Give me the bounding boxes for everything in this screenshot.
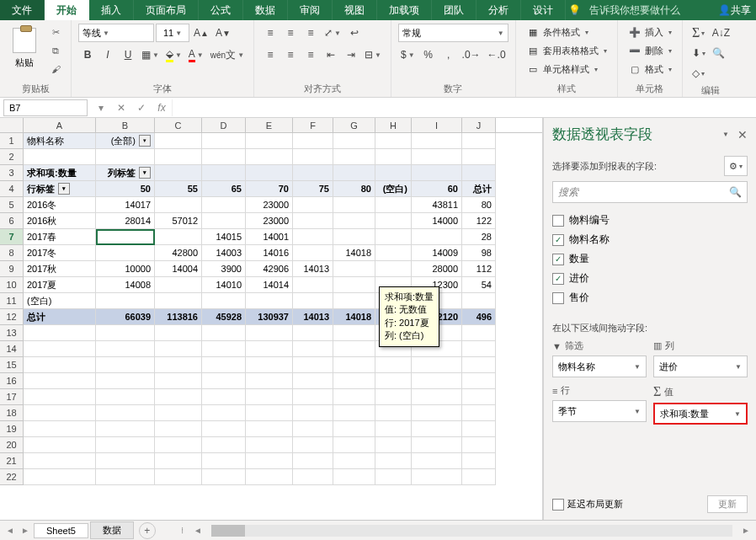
tab-design[interactable]: 设计 (521, 0, 566, 20)
cell-F7[interactable] (293, 229, 333, 245)
tab-insert[interactable]: 插入 (89, 0, 134, 20)
cell-F3[interactable] (293, 165, 333, 181)
cell-B5[interactable]: 14017 (96, 197, 155, 213)
cell-B1[interactable]: (全部)▾ (96, 133, 155, 149)
merge-button[interactable]: ⊟▼ (362, 45, 384, 64)
cell-J3[interactable] (462, 165, 496, 181)
field-item[interactable]: ✓数量 (552, 252, 748, 266)
cell-J8[interactable]: 98 (462, 245, 496, 261)
cell-C22[interactable] (155, 469, 202, 485)
row-header[interactable]: 13 (0, 325, 24, 341)
pane-menu-arrow[interactable]: ▼ (722, 131, 729, 138)
cell-A12[interactable]: 总计 (24, 309, 96, 325)
cell-D6[interactable] (202, 213, 246, 229)
cell-B12[interactable]: 66039 (96, 309, 155, 325)
tab-team[interactable]: 团队 (432, 0, 476, 20)
cell-J1[interactable] (462, 133, 496, 149)
align-top-button[interactable]: ≡ (261, 24, 280, 42)
cell-B14[interactable] (96, 341, 155, 357)
row-header[interactable]: 12 (0, 309, 24, 325)
cell-H21[interactable] (375, 453, 412, 469)
cell-B22[interactable] (96, 469, 155, 485)
cell-G15[interactable] (333, 357, 375, 373)
cell-F10[interactable] (293, 277, 333, 293)
cell-A14[interactable] (24, 341, 96, 357)
cell-F19[interactable] (293, 421, 333, 437)
cell-C17[interactable] (155, 389, 202, 405)
cell-A10[interactable]: 2017夏 (24, 277, 96, 293)
tab-view[interactable]: 视图 (333, 0, 377, 20)
cell-A11[interactable]: (空白) (24, 293, 96, 309)
cell-J2[interactable] (462, 149, 496, 165)
row-header[interactable]: 18 (0, 405, 24, 421)
tab-formulas[interactable]: 公式 (199, 0, 243, 20)
row-header[interactable]: 20 (0, 437, 24, 453)
cell-G22[interactable] (333, 469, 375, 485)
cell-F8[interactable] (293, 245, 333, 261)
field-item[interactable]: 物料编号 (552, 213, 748, 227)
cell-D15[interactable] (202, 357, 246, 373)
align-right-button[interactable]: ≡ (301, 45, 320, 64)
columns-drop-area[interactable]: 进价▼ (653, 356, 748, 377)
cell-I7[interactable] (412, 229, 462, 245)
cell-C16[interactable] (155, 373, 202, 389)
cell-A2[interactable] (24, 149, 96, 165)
row-header[interactable]: 19 (0, 421, 24, 437)
cell-H2[interactable] (375, 149, 412, 165)
cell-B6[interactable]: 28014 (96, 213, 155, 229)
cell-H18[interactable] (375, 405, 412, 421)
cell-B10[interactable]: 14008 (96, 277, 155, 293)
cell-B9[interactable]: 10000 (96, 261, 155, 277)
cell-D17[interactable] (202, 389, 246, 405)
fill-color-button[interactable]: ⬙▼ (163, 45, 184, 64)
cell-A19[interactable] (24, 421, 96, 437)
cell-E18[interactable] (246, 405, 293, 421)
cell-H7[interactable] (375, 229, 412, 245)
cell-C15[interactable] (155, 357, 202, 373)
decrease-font-button[interactable]: A▼ (213, 24, 233, 42)
cell-E11[interactable] (246, 293, 293, 309)
cell-A22[interactable] (24, 469, 96, 485)
comma-button[interactable]: , (439, 45, 458, 64)
cell-C2[interactable] (155, 149, 202, 165)
cell-E10[interactable]: 14014 (246, 277, 293, 293)
cell-G21[interactable] (333, 453, 375, 469)
cell-H5[interactable] (375, 197, 412, 213)
cut-button[interactable]: ✂ (47, 24, 64, 40)
cell-G5[interactable] (333, 197, 375, 213)
cell-C5[interactable] (155, 197, 202, 213)
sheet-tab-other[interactable]: 数据 (90, 521, 134, 539)
cell-E9[interactable]: 42906 (246, 261, 293, 277)
field-item[interactable]: 售价 (552, 291, 748, 305)
column-header-E[interactable]: E (246, 118, 293, 132)
cell-H1[interactable] (375, 133, 412, 149)
row-header[interactable]: 11 (0, 293, 24, 309)
tab-addins[interactable]: 加载项 (377, 0, 432, 20)
cell-C12[interactable]: 113816 (155, 309, 202, 325)
currency-button[interactable]: $▼ (398, 45, 418, 64)
cell-I19[interactable] (412, 421, 462, 437)
cell-E12[interactable]: 130937 (246, 309, 293, 325)
cell-D5[interactable] (202, 197, 246, 213)
cell-G12[interactable]: 14018 (333, 309, 375, 325)
cell-J15[interactable] (462, 357, 496, 373)
cell-J18[interactable] (462, 405, 496, 421)
cell-A7[interactable]: 2017春 (24, 229, 96, 245)
cell-G9[interactable] (333, 261, 375, 277)
cell-C11[interactable] (155, 293, 202, 309)
column-header-D[interactable]: D (202, 118, 246, 132)
column-header-G[interactable]: G (333, 118, 375, 132)
cell-A17[interactable] (24, 389, 96, 405)
row-header[interactable]: 21 (0, 453, 24, 469)
cell-I6[interactable]: 14000 (412, 213, 462, 229)
font-color-button[interactable]: A▼ (186, 45, 206, 64)
column-header-A[interactable]: A (24, 118, 96, 132)
cell-B4[interactable]: 50 (96, 181, 155, 197)
cell-C7[interactable] (155, 229, 202, 245)
cell-G1[interactable] (333, 133, 375, 149)
cell-F9[interactable]: 14013 (293, 261, 333, 277)
cell-J6[interactable]: 122 (462, 213, 496, 229)
cell-F5[interactable] (293, 197, 333, 213)
font-size-combo[interactable]: 11▼ (156, 24, 189, 42)
cell-J14[interactable] (462, 341, 496, 357)
